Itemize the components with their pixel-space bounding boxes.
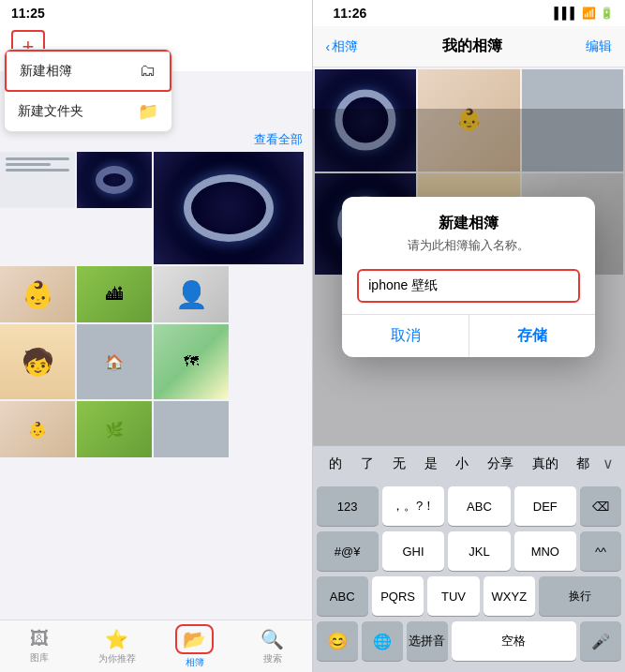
nav-bar: ‹ 相簿 我的相簿 编辑 [313,26,626,67]
status-bar-right: 11:26 ▌▌▌ 📶 🔋 [313,0,626,26]
photo-thumb-map[interactable]: 🗺 [154,324,229,399]
dialog-actions: 取消 存储 [342,314,595,357]
status-time-right: 11:26 [334,6,367,21]
shift-icon: ^^ [595,545,606,559]
kb-shift[interactable]: ^^ [580,531,621,571]
kb-jkl[interactable]: JKL [448,531,510,571]
edit-button[interactable]: 编辑 [586,38,612,55]
view-all-link[interactable]: 查看全部 [254,131,303,148]
photo-thumb-dark2[interactable] [154,152,304,264]
suggestions-bar: 的 了 无 是 小 分享 真的 都 ∨ [313,445,626,481]
new-folder-label: 新建文件夹 [18,103,83,120]
photo-thumb-outdoor2[interactable]: 🌿 [77,401,152,457]
kb-row-2: #@¥ GHI JKL MNO ^^ [317,531,622,571]
kb-row-3: ABC PQRS TUV WXYZ 换行 [317,576,622,616]
for-you-icon: ⭐ [105,628,128,650]
kb-row-1: 123 ，。?！ ABC DEF ⌫ [317,486,622,526]
album-icon: 🗂 [140,61,156,81]
back-button[interactable]: ‹ 相簿 [326,38,359,55]
expand-suggestions-icon[interactable]: ∨ [603,455,614,472]
new-album-label: 新建相簿 [20,63,72,80]
folder-icon: 📁 [138,101,158,122]
suggestion-fenxiang[interactable]: 分享 [482,452,519,476]
tab-for-you[interactable]: ⭐ 为你推荐 [78,628,156,665]
grid-row-4: 👶 🌿 [0,401,312,457]
kb-tuv[interactable]: TUV [427,576,479,616]
kb-ghi[interactable]: GHI [382,531,444,571]
tab-library[interactable]: 🖼 图库 [0,628,78,665]
kb-pinyin[interactable]: 选拼音 [407,621,448,661]
suggestion-le[interactable]: 了 [355,452,379,476]
suggestion-zhende[interactable]: 真的 [527,452,564,476]
kb-abc[interactable]: ABC [448,486,510,526]
grid-row-1 [0,152,312,264]
tab-for-you-label: 为你推荐 [98,652,136,665]
photo-thumb-dark1[interactable] [77,152,152,208]
mic-icon: 🎤 [591,633,610,650]
emoji-icon: 😊 [327,631,348,651]
photo-thumb-portrait[interactable]: 🧒 [0,324,75,399]
battery-icon: 🔋 [600,7,614,20]
kb-mno[interactable]: MNO [514,531,576,571]
tab-albums-label: 相簿 [186,656,204,669]
kb-abc-mode[interactable]: ABC [317,576,368,616]
kb-pqrs[interactable]: PQRS [372,576,424,616]
kb-123[interactable]: 123 [317,486,379,526]
kb-emoji[interactable]: 😊 [317,621,358,661]
photo-thumb-light[interactable]: 👤 [154,266,229,322]
tab-search-label: 搜索 [263,652,282,665]
keyboard-area: 123 ，。?！ ABC DEF ⌫ #@¥ GHI JKL MNO ^^ AB… [313,481,626,672]
grid-row-2: 👶 🏙 👤 [0,266,312,322]
status-bar-left: 11:25 [0,0,312,26]
chevron-left-icon: ‹ [326,39,331,54]
globe-icon: 🌐 [373,633,392,650]
new-album-menu-item[interactable]: 新建相簿 🗂 [5,50,171,92]
suggestion-dou[interactable]: 都 [571,452,595,476]
cancel-button[interactable]: 取消 [342,315,469,357]
photo-thumb-outdoor[interactable]: 🏙 [77,266,152,322]
photo-thumb-gray2[interactable] [154,401,229,457]
right-panel: 11:26 ▌▌▌ 📶 🔋 ‹ 相簿 我的相簿 编辑 👶 [313,0,626,672]
kb-def[interactable]: DEF [514,486,576,526]
dialog-subtitle: 请为此相簿输入名称。 [361,237,576,254]
library-icon: 🖼 [30,628,49,650]
kb-globe[interactable]: 🌐 [362,621,403,661]
wifi-icon: 📶 [582,7,596,20]
kb-space[interactable]: 空格 [452,621,576,661]
suggestion-shi[interactable]: 是 [419,452,443,476]
photo-thumb-baby1[interactable]: 👶 [0,266,75,322]
status-icons: ▌▌▌ 📶 🔋 [554,7,614,20]
left-panel: 11:25 + 新建相簿 🗂 新建文件夹 📁 查看全部 [0,0,312,672]
photo-thumb-baby2[interactable]: 👶 [0,401,75,457]
grid-row-3: 🧒 🏠 🗺 [0,324,312,399]
suggestion-de[interactable]: 的 [323,452,348,476]
bottom-tabs: 🖼 图库 ⭐ 为你推荐 📂 相簿 🔍 搜索 [0,620,312,672]
album-name-input[interactable] [357,269,580,303]
suggestion-wu[interactable]: 无 [387,452,411,476]
photo-thumb-doc[interactable] [0,152,75,208]
status-time-left: 11:25 [11,6,45,21]
tab-search[interactable]: 🔍 搜索 [233,628,311,665]
dialog-overlay: 新建相簿 请为此相簿输入名称。 取消 存储 [313,109,626,445]
confirm-button[interactable]: 存储 [469,315,596,357]
suggestion-xiao[interactable]: 小 [450,452,474,476]
dialog-input-wrap [342,269,595,314]
photo-thumb-gray[interactable]: 🏠 [77,324,152,399]
search-icon: 🔍 [260,628,284,650]
new-folder-menu-item[interactable]: 新建文件夹 📁 [5,92,171,131]
backspace-key[interactable]: ⌫ [580,486,621,526]
kb-symbol[interactable]: #@¥ [317,531,379,571]
dialog-title: 新建相簿 [361,214,576,233]
kb-mic[interactable]: 🎤 [580,621,621,661]
kb-enter[interactable]: 换行 [539,576,621,616]
page-title: 我的相簿 [442,37,502,56]
new-album-dialog: 新建相簿 请为此相簿输入名称。 取消 存储 [342,197,595,357]
album-photos-area: 👶 🧒 新建相簿 请为此相簿输入名称。 取消 [313,67,626,445]
albums-icon: 📂 [183,629,206,650]
signal-icon: ▌▌▌ [554,7,578,20]
back-label: 相簿 [332,38,358,55]
tab-albums[interactable]: 📂 相簿 [156,624,233,669]
kb-wxyz[interactable]: WXYZ [484,576,535,616]
kb-punctuation[interactable]: ，。?！ [382,486,444,526]
dialog-header: 新建相簿 请为此相簿输入名称。 [342,197,595,269]
